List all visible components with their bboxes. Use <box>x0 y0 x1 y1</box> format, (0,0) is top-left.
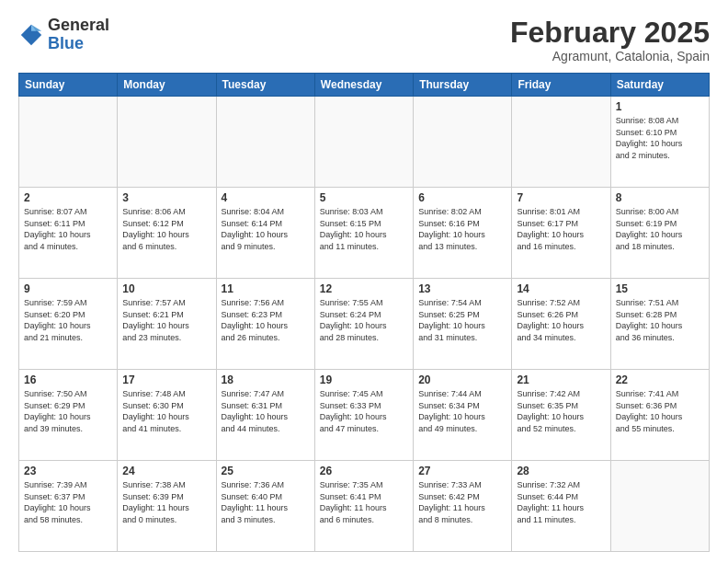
day-info: Sunrise: 8:00 AM Sunset: 6:19 PM Dayligh… <box>616 206 704 252</box>
day-info: Sunrise: 7:47 AM Sunset: 6:31 PM Dayligh… <box>222 388 310 434</box>
calendar-cell: 5Sunrise: 8:03 AM Sunset: 6:15 PM Daylig… <box>314 188 413 279</box>
day-info: Sunrise: 7:52 AM Sunset: 6:26 PM Dayligh… <box>517 297 605 343</box>
calendar-week-row: 23Sunrise: 7:39 AM Sunset: 6:37 PM Dayli… <box>19 461 710 552</box>
calendar-cell: 19Sunrise: 7:45 AM Sunset: 6:33 PM Dayli… <box>314 370 413 461</box>
day-number: 19 <box>320 373 408 386</box>
day-info: Sunrise: 7:33 AM Sunset: 6:42 PM Dayligh… <box>418 479 506 525</box>
calendar-cell: 21Sunrise: 7:42 AM Sunset: 6:35 PM Dayli… <box>512 370 610 461</box>
day-info: Sunrise: 7:42 AM Sunset: 6:35 PM Dayligh… <box>517 388 605 434</box>
day-number: 10 <box>122 282 210 295</box>
day-number: 14 <box>517 282 605 295</box>
calendar-cell <box>118 97 216 188</box>
day-info: Sunrise: 7:54 AM Sunset: 6:25 PM Dayligh… <box>418 297 506 343</box>
day-number: 22 <box>616 373 704 386</box>
calendar-cell: 1Sunrise: 8:08 AM Sunset: 6:10 PM Daylig… <box>610 97 709 188</box>
calendar-cell <box>314 97 413 188</box>
day-info: Sunrise: 7:39 AM Sunset: 6:37 PM Dayligh… <box>24 479 112 525</box>
day-number: 6 <box>418 191 506 204</box>
calendar-cell: 22Sunrise: 7:41 AM Sunset: 6:36 PM Dayli… <box>610 370 709 461</box>
day-number: 11 <box>222 282 310 295</box>
day-number: 28 <box>517 465 605 477</box>
day-number: 9 <box>24 282 112 295</box>
day-number: 8 <box>616 191 704 204</box>
header-thursday: Thursday <box>414 74 512 97</box>
day-info: Sunrise: 7:45 AM Sunset: 6:33 PM Dayligh… <box>320 388 408 434</box>
calendar-body: 1Sunrise: 8:08 AM Sunset: 6:10 PM Daylig… <box>19 97 710 552</box>
calendar-cell: 13Sunrise: 7:54 AM Sunset: 6:25 PM Dayli… <box>414 279 512 370</box>
calendar-cell: 15Sunrise: 7:51 AM Sunset: 6:28 PM Dayli… <box>610 279 709 370</box>
day-info: Sunrise: 8:01 AM Sunset: 6:17 PM Dayligh… <box>517 206 605 252</box>
day-number: 4 <box>222 191 310 204</box>
weekday-header-row: Sunday Monday Tuesday Wednesday Thursday… <box>19 74 710 97</box>
day-info: Sunrise: 8:04 AM Sunset: 6:14 PM Dayligh… <box>222 206 310 252</box>
calendar-cell: 11Sunrise: 7:56 AM Sunset: 6:23 PM Dayli… <box>216 279 314 370</box>
day-number: 20 <box>418 373 506 386</box>
day-info: Sunrise: 7:36 AM Sunset: 6:40 PM Dayligh… <box>222 479 310 525</box>
calendar-cell: 10Sunrise: 7:57 AM Sunset: 6:21 PM Dayli… <box>118 279 216 370</box>
day-number: 16 <box>24 373 112 386</box>
day-info: Sunrise: 7:35 AM Sunset: 6:41 PM Dayligh… <box>320 479 408 525</box>
day-number: 7 <box>517 191 605 204</box>
header-tuesday: Tuesday <box>216 74 314 97</box>
calendar-cell: 3Sunrise: 8:06 AM Sunset: 6:12 PM Daylig… <box>118 188 216 279</box>
calendar-week-row: 16Sunrise: 7:50 AM Sunset: 6:29 PM Dayli… <box>19 370 710 461</box>
day-number: 21 <box>517 373 605 386</box>
header-sunday: Sunday <box>19 74 118 97</box>
calendar-cell: 6Sunrise: 8:02 AM Sunset: 6:16 PM Daylig… <box>414 188 512 279</box>
calendar-cell <box>414 97 512 188</box>
day-info: Sunrise: 7:50 AM Sunset: 6:29 PM Dayligh… <box>24 388 112 434</box>
day-info: Sunrise: 7:57 AM Sunset: 6:21 PM Dayligh… <box>122 297 210 343</box>
day-number: 27 <box>418 465 506 477</box>
calendar-cell: 18Sunrise: 7:47 AM Sunset: 6:31 PM Dayli… <box>216 370 314 461</box>
logo-general-text: General <box>48 16 109 34</box>
day-number: 17 <box>122 373 210 386</box>
calendar-cell: 7Sunrise: 8:01 AM Sunset: 6:17 PM Daylig… <box>512 188 610 279</box>
title-area: February 2025 Agramunt, Catalonia, Spain <box>510 17 710 63</box>
logo-blue-text: Blue <box>48 34 84 52</box>
day-number: 3 <box>122 191 210 204</box>
day-info: Sunrise: 8:07 AM Sunset: 6:11 PM Dayligh… <box>24 206 112 252</box>
day-number: 13 <box>418 282 506 295</box>
calendar-cell: 25Sunrise: 7:36 AM Sunset: 6:40 PM Dayli… <box>216 461 314 552</box>
day-info: Sunrise: 8:06 AM Sunset: 6:12 PM Dayligh… <box>122 206 210 252</box>
day-number: 23 <box>24 465 112 477</box>
calendar-cell: 20Sunrise: 7:44 AM Sunset: 6:34 PM Dayli… <box>414 370 512 461</box>
header-friday: Friday <box>512 74 610 97</box>
day-number: 5 <box>320 191 408 204</box>
calendar-cell <box>216 97 314 188</box>
calendar-cell: 23Sunrise: 7:39 AM Sunset: 6:37 PM Dayli… <box>19 461 118 552</box>
calendar-week-row: 9Sunrise: 7:59 AM Sunset: 6:20 PM Daylig… <box>19 279 710 370</box>
header-wednesday: Wednesday <box>314 74 413 97</box>
calendar-cell <box>610 461 709 552</box>
day-info: Sunrise: 7:56 AM Sunset: 6:23 PM Dayligh… <box>222 297 310 343</box>
calendar-cell: 17Sunrise: 7:48 AM Sunset: 6:30 PM Dayli… <box>118 370 216 461</box>
day-info: Sunrise: 7:59 AM Sunset: 6:20 PM Dayligh… <box>24 297 112 343</box>
calendar-cell <box>19 97 118 188</box>
day-number: 24 <box>122 465 210 477</box>
logo: General Blue <box>18 17 109 53</box>
month-title: February 2025 <box>510 17 710 49</box>
calendar-cell: 16Sunrise: 7:50 AM Sunset: 6:29 PM Dayli… <box>19 370 118 461</box>
calendar-cell: 9Sunrise: 7:59 AM Sunset: 6:20 PM Daylig… <box>19 279 118 370</box>
location: Agramunt, Catalonia, Spain <box>510 49 710 63</box>
calendar-cell <box>512 97 610 188</box>
calendar-week-row: 2Sunrise: 8:07 AM Sunset: 6:11 PM Daylig… <box>19 188 710 279</box>
day-info: Sunrise: 7:32 AM Sunset: 6:44 PM Dayligh… <box>517 479 605 525</box>
day-info: Sunrise: 7:38 AM Sunset: 6:39 PM Dayligh… <box>122 479 210 525</box>
day-info: Sunrise: 7:55 AM Sunset: 6:24 PM Dayligh… <box>320 297 408 343</box>
calendar-cell: 24Sunrise: 7:38 AM Sunset: 6:39 PM Dayli… <box>118 461 216 552</box>
day-info: Sunrise: 8:02 AM Sunset: 6:16 PM Dayligh… <box>418 206 506 252</box>
logo-text: General Blue <box>48 17 109 53</box>
calendar-cell: 12Sunrise: 7:55 AM Sunset: 6:24 PM Dayli… <box>314 279 413 370</box>
calendar-cell: 27Sunrise: 7:33 AM Sunset: 6:42 PM Dayli… <box>414 461 512 552</box>
day-number: 12 <box>320 282 408 295</box>
day-number: 25 <box>222 465 310 477</box>
day-number: 15 <box>616 282 704 295</box>
logo-icon <box>18 22 44 48</box>
day-info: Sunrise: 7:48 AM Sunset: 6:30 PM Dayligh… <box>122 388 210 434</box>
calendar-table: Sunday Monday Tuesday Wednesday Thursday… <box>18 73 710 552</box>
calendar-cell: 14Sunrise: 7:52 AM Sunset: 6:26 PM Dayli… <box>512 279 610 370</box>
day-number: 18 <box>222 373 310 386</box>
day-info: Sunrise: 8:08 AM Sunset: 6:10 PM Dayligh… <box>616 115 704 161</box>
day-number: 2 <box>24 191 112 204</box>
